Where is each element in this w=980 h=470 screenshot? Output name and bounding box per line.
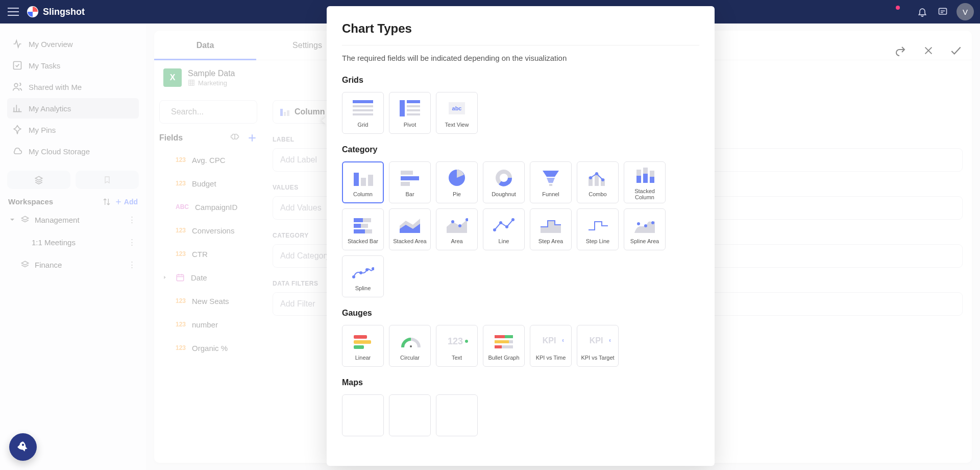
- chart-type-option[interactable]: KPI%KPI vs Time: [530, 325, 572, 367]
- svg-rect-23: [401, 182, 410, 186]
- check-icon[interactable]: [949, 44, 963, 57]
- modal-group-grid: ColumnBarPieDoughnutFunnelComboStacked C…: [342, 161, 696, 297]
- chart-type-option[interactable]: Circular: [389, 325, 431, 367]
- app-logo[interactable]: Slingshot: [27, 6, 85, 18]
- close-icon[interactable]: [922, 44, 935, 57]
- chart-type-option[interactable]: KPI%KPI vs Target: [577, 325, 619, 367]
- svg-text:KPI: KPI: [543, 336, 556, 345]
- chart-type-label: KPI vs Target: [581, 355, 614, 361]
- svg-point-52: [511, 218, 514, 221]
- chart-type-option[interactable]: abcText View: [436, 92, 478, 134]
- svg-rect-39: [650, 177, 654, 183]
- chart-type-option[interactable]: Linear: [342, 325, 384, 367]
- chart-type-label: Combo: [589, 191, 606, 197]
- svg-point-54: [644, 224, 647, 227]
- chart-type-option[interactable]: [436, 394, 478, 436]
- svg-point-50: [499, 221, 502, 224]
- combo-icon: [585, 168, 610, 188]
- svg-text:%: %: [609, 339, 610, 344]
- chart-type-label: Funnel: [542, 191, 559, 197]
- spline-icon: [350, 262, 376, 282]
- svg-rect-18: [354, 173, 359, 186]
- svg-rect-7: [353, 100, 373, 103]
- svg-rect-9: [353, 109, 373, 111]
- svg-rect-67: [495, 335, 505, 338]
- hamburger-icon[interactable]: [6, 5, 20, 19]
- chart-type-label: Column: [353, 191, 373, 197]
- chart-type-label: Step Area: [538, 238, 563, 244]
- blank-icon: [350, 404, 376, 424]
- chart-type-option[interactable]: Pivot: [389, 92, 431, 134]
- chart-type-label: Text View: [445, 122, 469, 128]
- svg-point-58: [365, 268, 369, 271]
- chart-types-modal: Chart Types The required fields will be …: [327, 6, 715, 466]
- stepline-icon: [585, 215, 610, 235]
- chart-type-option[interactable]: [342, 394, 384, 436]
- svg-point-53: [637, 222, 640, 225]
- stackedarea-icon: [397, 215, 423, 235]
- circular-icon: [397, 331, 423, 351]
- chart-type-label: Stacked Bar: [348, 238, 378, 244]
- modal-title: Chart Types: [342, 21, 699, 36]
- svg-rect-27: [549, 184, 552, 186]
- chart-type-option[interactable]: Grid: [342, 92, 384, 134]
- chart-type-option[interactable]: Spline Area: [624, 208, 666, 250]
- chart-type-option[interactable]: Step Line: [577, 208, 619, 250]
- rocket-fab[interactable]: [9, 433, 37, 461]
- chart-type-option[interactable]: Pie: [436, 161, 478, 203]
- svg-point-46: [451, 220, 454, 223]
- chart-type-option[interactable]: Bar: [389, 161, 431, 203]
- svg-point-51: [505, 225, 508, 228]
- logo-icon: [27, 6, 39, 18]
- svg-rect-1: [939, 8, 947, 14]
- bell-icon[interactable]: [914, 3, 931, 20]
- chart-type-option[interactable]: Spline: [342, 255, 384, 297]
- modal-scroll[interactable]: GridsGridPivotabcText ViewCategoryColumn…: [342, 74, 699, 452]
- chart-type-option[interactable]: Stacked Area: [389, 208, 431, 250]
- svg-rect-22: [401, 176, 419, 180]
- kpitime-icon: KPI%: [538, 331, 564, 351]
- svg-point-56: [352, 275, 355, 278]
- chart-type-label: Line: [499, 238, 509, 244]
- chart-type-label: Linear: [355, 355, 371, 361]
- chart-type-option[interactable]: 123Text: [436, 325, 478, 367]
- modal-pointer: [322, 116, 327, 125]
- chart-type-option[interactable]: Combo: [577, 161, 619, 203]
- chart-type-option[interactable]: Stacked Column: [624, 161, 666, 203]
- chart-type-option[interactable]: Stacked Bar: [342, 208, 384, 250]
- svg-rect-35: [636, 176, 641, 183]
- chart-type-label: Stacked Area: [393, 238, 426, 244]
- textview-icon: abc: [444, 98, 470, 119]
- redo-icon[interactable]: [894, 44, 908, 57]
- notification-badge[interactable]: [893, 3, 911, 20]
- chart-type-option[interactable]: Step Area: [530, 208, 572, 250]
- chart-type-option[interactable]: Bullet Graph: [483, 325, 525, 367]
- kpitarget-icon: KPI%: [585, 331, 610, 351]
- chart-type-label: Circular: [400, 355, 420, 361]
- stackedcol-icon: [632, 165, 657, 185]
- svg-rect-8: [353, 105, 373, 107]
- svg-rect-20: [368, 175, 373, 186]
- doughnut-icon: [491, 168, 517, 188]
- svg-rect-12: [407, 100, 420, 103]
- chart-type-option[interactable]: [389, 394, 431, 436]
- chart-type-option[interactable]: Funnel: [530, 161, 572, 203]
- chart-type-label: Step Line: [586, 238, 609, 244]
- chart-type-label: Spline Area: [630, 238, 659, 244]
- chart-type-option[interactable]: Area: [436, 208, 478, 250]
- chart-type-label: Grid: [358, 122, 369, 128]
- chart-type-option[interactable]: Doughnut: [483, 161, 525, 203]
- svg-point-57: [359, 271, 362, 274]
- grid-icon: [350, 98, 376, 119]
- chart-type-label: Stacked Column: [624, 188, 665, 200]
- chart-type-label: Bar: [405, 191, 414, 197]
- chart-type-option[interactable]: Column: [342, 161, 384, 203]
- svg-rect-19: [361, 178, 366, 186]
- svg-rect-13: [407, 105, 420, 107]
- avatar[interactable]: V: [957, 3, 974, 20]
- chat-icon[interactable]: [934, 3, 951, 20]
- textgauge-icon: 123: [444, 331, 470, 351]
- bar-icon: [397, 168, 423, 188]
- chart-type-option[interactable]: Line: [483, 208, 525, 250]
- svg-rect-45: [354, 229, 365, 233]
